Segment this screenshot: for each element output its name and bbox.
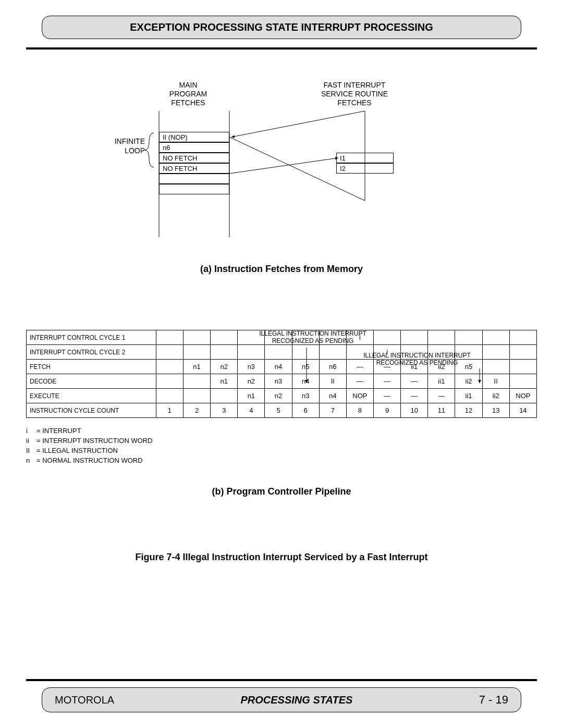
cell: ii1 [455,389,482,403]
cell: 7 [319,403,346,418]
cell [211,389,238,403]
pipeline-block: ILLEGAL INSTRUCTION INTERRUPT RECOGNIZED… [26,330,537,563]
cell: — [428,389,455,403]
footer-center: PROCESSING STATES [240,694,352,706]
legend-i: i= INTERRUPT [26,426,537,436]
svg-line-3 [229,137,365,201]
table-row: EXECUTEn1n2n3n4NOP———ii1ii2NOP [27,389,537,403]
legend-ii: ii= INTERRUPT INSTRUCTION WORD [26,436,537,446]
pipeline-arrows-svg [26,330,537,385]
cell: n3 [292,389,319,403]
cell [183,389,211,403]
cell: — [401,389,428,403]
cell: 3 [211,403,238,418]
cell: 9 [374,403,401,418]
cell: 2 [183,403,211,418]
footer-rule [26,679,537,681]
figure-a: MAIN PROGRAM FETCHES FAST INTERRUPT SERV… [26,81,537,261]
header-plaque: EXCEPTION PROCESSING STATE INTERRUPT PRO… [42,16,521,39]
page-title: EXCEPTION PROCESSING STATE INTERRUPT PRO… [130,21,433,33]
cell: n2 [265,389,292,403]
header-rule [26,47,537,50]
cell: 13 [482,403,509,418]
row-label: EXECUTE [27,389,156,403]
cell: 14 [509,403,536,418]
cell: ii2 [482,389,509,403]
legend-II: II= ILLEGAL INSTRUCTION [26,446,537,456]
footer-right: 7 - 19 [479,693,508,707]
figure-caption: Figure 7-4 Illegal Instruction Interrupt… [26,552,537,563]
cell: 4 [238,403,265,418]
cell: 11 [428,403,455,418]
row-label: INSTRUCTION CYCLE COUNT [27,403,156,418]
footer-left: MOTOROLA [55,694,114,706]
cell: 5 [265,403,292,418]
svg-line-5 [229,158,338,174]
cell: 12 [455,403,482,418]
cell: n4 [319,389,346,403]
cell: n1 [238,389,265,403]
legend-n: n= NORMAL INSTRUCTION WORD [26,456,537,466]
cell: 1 [156,403,183,418]
footer: MOTOROLA PROCESSING STATES 7 - 19 [26,679,537,712]
cell: NOP [346,389,373,403]
cell: 8 [346,403,373,418]
caption-b: (b) Program Controller Pipeline [26,486,537,497]
svg-line-4 [231,111,365,137]
cell: NOP [509,389,536,403]
diagram-a-svg [26,81,537,261]
caption-a: (a) Instruction Fetches from Memory [26,264,537,275]
cell [156,389,183,403]
cell: 6 [292,403,319,418]
legend: i= INTERRUPT ii= INTERRUPT INSTRUCTION W… [26,426,537,465]
cell: — [374,389,401,403]
footer-plaque: MOTOROLA PROCESSING STATES 7 - 19 [42,687,521,712]
page: EXCEPTION PROCESSING STATE INTERRUPT PRO… [0,0,563,728]
table-row: INSTRUCTION CYCLE COUNT12345678910111213… [27,403,537,418]
cell: 10 [401,403,428,418]
